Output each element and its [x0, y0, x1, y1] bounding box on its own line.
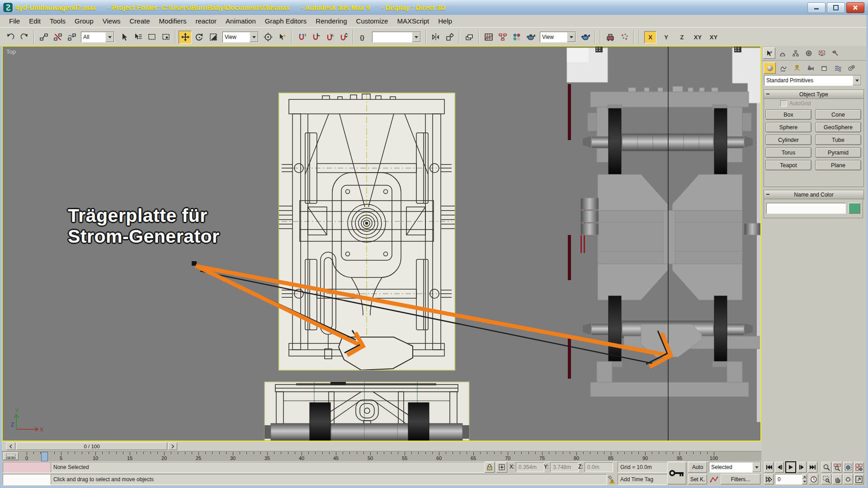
tab-display[interactable] — [816, 47, 828, 59]
maximize-button[interactable] — [827, 2, 845, 13]
menu-item[interactable]: Rendering — [311, 16, 351, 26]
subtab-geometry[interactable] — [764, 62, 776, 74]
time-slider-button[interactable]: 0 / 100 — [16, 442, 167, 450]
z-coordinate-field[interactable]: 0.0m — [585, 462, 613, 472]
menu-item[interactable]: File — [5, 16, 24, 26]
mirror-button[interactable] — [429, 31, 442, 44]
undo-button[interactable] — [4, 31, 17, 44]
go-to-start-button[interactable] — [764, 462, 774, 473]
object-type-button[interactable]: Pyramid — [815, 147, 861, 158]
menu-item[interactable]: Group — [70, 16, 98, 26]
array-flyout-button[interactable] — [618, 31, 631, 44]
x-coordinate-field[interactable]: 0.354m — [516, 462, 544, 472]
menu-item[interactable]: MAXScript — [392, 16, 434, 26]
named-selection-dropdown[interactable] — [372, 32, 421, 42]
maximize-viewport-toggle[interactable] — [854, 474, 864, 484]
schematic-view-button[interactable] — [496, 31, 509, 44]
render-type-dropdown[interactable]: View — [540, 32, 576, 42]
category-dropdown[interactable]: Standard Primitives — [764, 75, 862, 86]
time-configuration-button[interactable] — [809, 474, 818, 484]
select-and-manipulate-button[interactable] — [275, 31, 288, 44]
frame-spinner[interactable] — [802, 474, 807, 484]
reference-coordinate-dropdown[interactable]: View — [222, 32, 259, 42]
key-filter-scope-dropdown[interactable]: Selected — [709, 462, 761, 473]
subtab-helpers[interactable] — [818, 62, 830, 74]
layer-manager-button[interactable] — [462, 31, 476, 44]
zoom-all-button[interactable] — [832, 462, 842, 473]
add-time-tag[interactable]: Add Time Tag — [618, 474, 668, 485]
tab-create[interactable] — [763, 47, 775, 59]
object-type-button[interactable]: Plane — [815, 160, 861, 170]
render-utility-button[interactable] — [604, 31, 617, 44]
object-type-button[interactable]: Teapot — [765, 160, 811, 170]
use-pivot-center-button[interactable] — [261, 31, 274, 44]
select-and-move-button[interactable] — [179, 31, 192, 44]
axis-constraint-button[interactable]: XY — [708, 31, 720, 43]
menu-item[interactable]: reactor — [191, 16, 221, 26]
select-and-scale-button[interactable] — [207, 31, 220, 44]
material-editor-button[interactable] — [510, 31, 523, 44]
bind-to-spacewarp-button[interactable] — [65, 31, 78, 44]
minimize-button[interactable] — [807, 2, 826, 13]
tab-motion[interactable] — [802, 47, 815, 59]
pan-button[interactable] — [832, 474, 842, 484]
unlink-selection-button[interactable] — [51, 31, 64, 44]
menu-item[interactable]: Modifiers — [155, 16, 191, 26]
menu-item[interactable]: Animation — [221, 16, 260, 26]
object-type-button[interactable]: Torus — [765, 147, 811, 158]
key-filters-button[interactable]: Filters... — [721, 474, 760, 484]
track-bar[interactable]: 0510152025303540455055606570758085909510… — [2, 451, 761, 462]
percent-snap-button[interactable]: % — [323, 31, 336, 44]
title-bar[interactable]: 4yd-Umbauwagen07.max - Project Folder: C… — [0, 0, 868, 15]
object-color-swatch[interactable] — [849, 203, 860, 214]
menu-item[interactable]: Help — [434, 16, 457, 26]
maxscript-listener-pink[interactable] — [3, 462, 51, 473]
region-zoom-button[interactable] — [821, 474, 831, 484]
axis-constraint-button[interactable]: Y — [660, 31, 672, 43]
window-crossing-button[interactable] — [159, 31, 172, 44]
zoom-button[interactable] — [821, 462, 831, 473]
menu-item[interactable]: Create — [125, 16, 155, 26]
zoom-extents-all-button[interactable] — [854, 462, 864, 473]
play-button[interactable] — [785, 461, 796, 473]
communicator-button[interactable] — [606, 474, 616, 484]
next-frame-arrow-button[interactable] — [168, 442, 177, 450]
zoom-extents-button[interactable] — [843, 462, 853, 473]
menu-item[interactable]: Customize — [352, 16, 393, 26]
time-slider-handle[interactable] — [41, 452, 48, 461]
menu-item[interactable]: Graph Editors — [260, 16, 311, 26]
y-coordinate-field[interactable]: 3.748m — [550, 462, 579, 472]
selection-filter-dropdown[interactable]: All — [81, 32, 114, 42]
snap-toggle-button[interactable]: 3 — [295, 31, 308, 44]
object-type-rollout-header[interactable]: Object Type — [764, 89, 864, 99]
next-frame-button[interactable] — [797, 462, 807, 473]
subtab-cameras[interactable] — [804, 62, 816, 74]
object-type-button[interactable]: Tube — [815, 135, 861, 145]
arc-rotate-button[interactable] — [843, 474, 853, 484]
subtab-systems[interactable] — [845, 62, 857, 74]
set-key-button[interactable]: Set K. — [688, 474, 707, 484]
viewport-top[interactable]: Y X Z Top Trägerplatte für Strom-Generat… — [2, 46, 761, 441]
maxscript-listener-white[interactable] — [3, 474, 51, 485]
object-name-input[interactable] — [766, 203, 846, 214]
viewport-label[interactable]: Top — [6, 48, 16, 55]
object-type-button[interactable]: Box — [765, 109, 811, 120]
track-ruler-scale[interactable]: 0510152025303540455055606570758085909510… — [20, 451, 760, 461]
set-keys-button[interactable] — [667, 462, 686, 484]
tab-hierarchy[interactable] — [789, 47, 802, 59]
rectangular-selection-region-button[interactable] — [145, 31, 158, 44]
select-and-rotate-button[interactable] — [193, 31, 206, 44]
previous-frame-arrow-button[interactable] — [6, 442, 15, 450]
axis-constraint-button[interactable]: X — [644, 31, 656, 43]
angle-snap-button[interactable] — [309, 31, 322, 44]
select-and-link-button[interactable] — [37, 31, 50, 44]
close-button[interactable] — [846, 2, 864, 13]
redo-button[interactable] — [18, 31, 31, 44]
tab-utilities[interactable] — [829, 47, 841, 59]
axis-constraint-button[interactable]: XY — [692, 31, 704, 43]
subtab-lights[interactable] — [791, 62, 803, 74]
tab-modify[interactable] — [776, 47, 788, 59]
menu-item[interactable]: Edit — [24, 16, 45, 26]
subtab-shapes[interactable] — [777, 62, 789, 74]
go-to-end-button[interactable] — [808, 462, 817, 473]
